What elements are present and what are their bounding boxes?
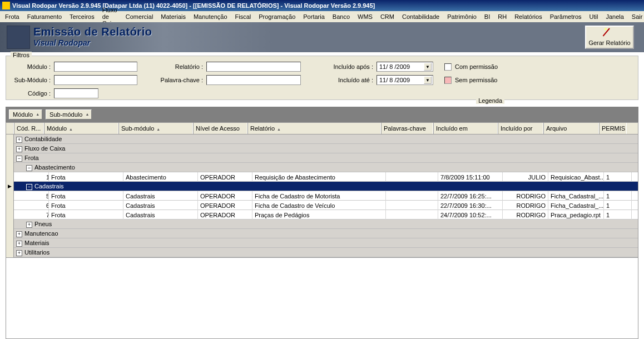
relatorio-label: Relatório : <box>154 63 203 70</box>
legenda-title: Legenda <box>476 97 504 104</box>
col-palavras[interactable]: Palavras-chave <box>381 123 433 134</box>
modulo-label: Módulo : <box>11 63 51 70</box>
report-grid: Cód. R... Módulo Sub-módulo Nível de Ace… <box>6 122 638 258</box>
group-abastecimento[interactable]: −Abastecimento <box>6 163 638 172</box>
expand-icon[interactable]: + <box>16 137 22 143</box>
chevron-down-icon[interactable]: ▼ <box>424 76 432 84</box>
submodulo-input[interactable] <box>54 75 137 85</box>
col-incluido-em[interactable]: Incluído em <box>433 123 498 134</box>
window-titlebar: Visual Rodopar Versão 2.9.945 [Datapar L… <box>0 0 644 11</box>
group-pneus[interactable]: +Pneus <box>6 220 638 229</box>
menu-materiais[interactable]: Materiais <box>157 12 190 21</box>
menu-relatorios[interactable]: Relatórios <box>511 12 546 21</box>
codigo-input[interactable] <box>54 88 98 98</box>
menu-portaria[interactable]: Portaria <box>299 12 329 21</box>
app-icon <box>2 2 10 9</box>
col-modulo[interactable]: Módulo <box>44 123 118 134</box>
expand-icon[interactable]: + <box>16 250 22 256</box>
collapse-icon[interactable]: − <box>26 165 32 171</box>
menu-banco[interactable]: Banco <box>329 12 354 21</box>
col-incluido-por[interactable]: Incluído por <box>498 123 543 134</box>
incluido-ate-input[interactable]: 11/ 8 /2009 ▼ <box>377 75 433 85</box>
expand-icon[interactable]: + <box>16 146 22 152</box>
col-submodulo[interactable]: Sub-módulo <box>118 123 193 134</box>
menu-patrimonio[interactable]: Patrimônio <box>443 12 480 21</box>
menu-manutencao[interactable]: Manutenção <box>190 12 231 21</box>
row-indicator-icon: ▶ <box>6 182 14 191</box>
incluido-apos-label: Incluído após : <box>324 63 373 70</box>
incluido-ate-label: Incluído até : <box>324 77 373 83</box>
grid-blank-area <box>6 258 638 339</box>
table-row[interactable]: 6 Frota Cadastrais OPERADOR Ficha de Cad… <box>6 201 638 210</box>
expand-icon[interactable]: + <box>16 231 22 237</box>
modulo-input[interactable] <box>54 62 137 72</box>
group-pill-submodulo[interactable]: Sub-módulo <box>46 109 92 119</box>
menu-comercial[interactable]: Comercial <box>122 12 157 21</box>
incluido-apos-value: 11/ 8 /2009 <box>379 63 410 70</box>
palavra-label: Palavra-chave : <box>154 77 203 83</box>
codigo-label: Código : <box>11 90 51 97</box>
menu-fiscal[interactable]: Fiscal <box>231 12 255 21</box>
com-permissao-checkbox[interactable] <box>444 63 452 71</box>
group-cadastrais[interactable]: ▶ −Cadastrais <box>6 182 638 191</box>
menu-terceiros[interactable]: Terceiros <box>66 12 98 21</box>
collapse-icon[interactable]: − <box>16 156 22 162</box>
col-nivel[interactable]: Nível de Acesso <box>193 123 247 134</box>
gerar-relatorio-label: Gerar Relatório <box>588 39 630 46</box>
grid-header: Cód. R... Módulo Sub-módulo Nível de Ace… <box>6 123 638 134</box>
grid-body: +Contabilidade +Fluxo de Caixa −Frota −A… <box>6 134 638 257</box>
menu-bi[interactable]: BI <box>480 12 494 21</box>
banner: Emissão de Relatório Visual Rodopar Gera… <box>0 22 644 52</box>
table-row[interactable]: 11 Frota Abastecimento OPERADOR Requisiç… <box>6 172 638 182</box>
group-pill-modulo[interactable]: Módulo <box>9 109 42 119</box>
chevron-down-icon[interactable]: ▼ <box>424 63 432 71</box>
relatorio-input[interactable] <box>206 62 301 72</box>
menu-util[interactable]: Util <box>586 12 602 21</box>
window-title: Visual Rodopar Versão 2.9.945 [Datapar L… <box>12 2 375 9</box>
incluido-apos-input[interactable]: 11/ 8 /2009 ▼ <box>377 62 433 72</box>
grid-group-strip: Módulo Sub-módulo <box>6 107 638 122</box>
wand-icon <box>605 28 615 38</box>
group-fluxo-caixa[interactable]: +Fluxo de Caixa <box>6 144 638 153</box>
menu-janela[interactable]: Janela <box>602 12 627 21</box>
filtros-groupbox: Filtros Módulo : Relatório : Incluído ap… <box>6 56 638 100</box>
menu-contabilidade[interactable]: Contabilidade <box>398 12 443 21</box>
submodulo-label: Sub-Módulo : <box>11 77 51 83</box>
palavra-input[interactable] <box>206 75 301 85</box>
menu-faturamento[interactable]: Faturamento <box>23 12 66 21</box>
page-subtitle: Visual Rodopar <box>33 38 152 47</box>
gerar-relatorio-button[interactable]: Gerar Relatório <box>585 26 634 49</box>
expand-icon[interactable]: + <box>26 222 32 228</box>
group-utilitarios[interactable]: +Utilitarios <box>6 248 638 257</box>
group-frota[interactable]: −Frota <box>6 153 638 163</box>
group-materiais[interactable]: +Materiais <box>6 238 638 248</box>
menu-wms[interactable]: WMS <box>354 12 377 21</box>
col-permis[interactable]: PERMIS <box>599 123 627 134</box>
table-row[interactable]: 5 Frota Cadastrais OPERADOR Ficha de Cad… <box>6 191 638 201</box>
col-relatorio[interactable]: Relatório <box>247 123 381 134</box>
group-contabilidade[interactable]: +Contabilidade <box>6 134 638 144</box>
com-permissao-label: Com permissão <box>455 63 498 70</box>
page-title: Emissão de Relatório <box>33 26 152 38</box>
incluido-ate-value: 11/ 8 /2009 <box>379 77 410 83</box>
col-codigo[interactable]: Cód. R... <box>14 123 44 134</box>
sem-permissao-checkbox[interactable] <box>444 77 452 84</box>
grid-header-gutter <box>6 123 14 134</box>
menu-crm[interactable]: CRM <box>377 12 398 21</box>
expand-icon[interactable]: + <box>16 241 22 247</box>
main-menu: Frota Faturamento Terceiros Fluxo de Cai… <box>0 11 644 22</box>
menu-frota[interactable]: Frota <box>1 12 23 21</box>
filtros-title: Filtros <box>11 52 32 58</box>
menu-sair[interactable]: Sair <box>628 12 644 21</box>
menu-rh[interactable]: RH <box>494 12 511 21</box>
collapse-icon[interactable]: − <box>26 184 32 190</box>
menu-programacao[interactable]: Programação <box>255 12 299 21</box>
table-row[interactable]: 7 Frota Cadastrais OPERADOR Praças de Pe… <box>6 210 638 220</box>
group-manutencao[interactable]: +Manutencao <box>6 229 638 238</box>
menu-parametros[interactable]: Parâmetros <box>546 12 586 21</box>
col-arquivo[interactable]: Arquivo <box>543 123 599 134</box>
sem-permissao-label: Sem permissão <box>455 77 497 83</box>
